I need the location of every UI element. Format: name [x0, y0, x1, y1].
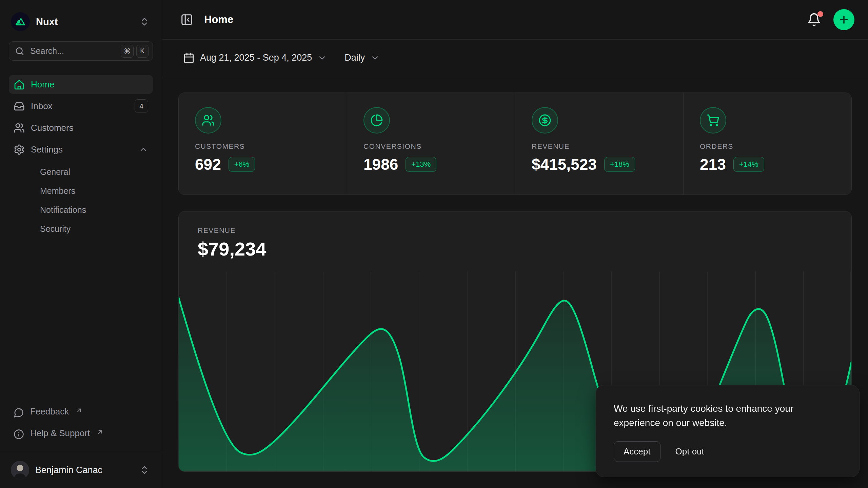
sidebar-item-settings[interactable]: Settings — [9, 140, 153, 159]
pie-chart-icon — [363, 107, 390, 134]
sidebar: Nuxt ⌘ K Home — [0, 0, 162, 488]
stat-orders[interactable]: ORDERS 213 +14% — [683, 93, 851, 195]
kbd-k: K — [136, 45, 149, 58]
sidebar-nav: Home Inbox 4 Customers Sett — [9, 75, 153, 238]
stat-delta-badge: +18% — [604, 157, 635, 172]
brand-name: Nuxt — [36, 16, 58, 27]
users-icon — [14, 122, 25, 134]
revenue-chart-value: $79,234 — [198, 238, 832, 260]
sidebar-item-inbox[interactable]: Inbox 4 — [9, 97, 153, 116]
stat-revenue[interactable]: REVENUE $415,523 +18% — [515, 93, 683, 195]
chevron-down-icon — [370, 53, 380, 63]
stat-value: 1986 — [363, 155, 398, 174]
search-shortcut: ⌘ K — [121, 45, 149, 58]
divider — [0, 452, 162, 452]
granularity-select[interactable]: Daily — [340, 48, 384, 67]
sidebar-item-general[interactable]: General — [9, 163, 153, 181]
revenue-chart-label: REVENUE — [198, 226, 832, 235]
stat-label: ORDERS — [700, 142, 835, 150]
sidebar-item-label: Customers — [31, 123, 74, 133]
external-link-icon — [97, 429, 103, 435]
sidebar-item-label: Home — [31, 79, 54, 90]
chevron-down-icon — [317, 53, 327, 63]
notifications-button[interactable] — [805, 11, 823, 29]
gear-icon — [14, 144, 25, 155]
stat-label: CUSTOMERS — [195, 142, 331, 150]
kbd-meta: ⌘ — [121, 45, 134, 58]
feedback-label: Feedback — [30, 406, 69, 417]
chevron-up-icon — [139, 145, 148, 154]
stat-conversions[interactable]: CONVERSIONS 1986 +13% — [347, 93, 515, 195]
sidebar-collapse-icon[interactable] — [178, 11, 195, 28]
search-input-wrap[interactable]: ⌘ K — [9, 41, 153, 61]
sidebar-item-label: Inbox — [31, 101, 53, 111]
settings-subnav: General Members Notifications Security — [9, 163, 153, 238]
users-icon — [195, 107, 221, 134]
user-name: Benjamin Canac — [35, 465, 102, 475]
stat-delta-badge: +6% — [229, 157, 255, 172]
sidebar-subitem-label: Security — [40, 224, 71, 234]
help-support-link[interactable]: Help & Support — [9, 424, 153, 444]
stat-label: REVENUE — [532, 142, 667, 150]
stat-delta-badge: +14% — [733, 157, 764, 172]
plus-icon — [838, 14, 850, 25]
search-input[interactable] — [30, 46, 115, 56]
avatar — [11, 461, 29, 479]
sidebar-item-label: Settings — [31, 144, 63, 155]
sidebar-subitem-label: Notifications — [40, 205, 86, 215]
cart-icon — [700, 107, 726, 134]
cookie-optout-button[interactable]: Opt out — [675, 442, 704, 462]
search-icon — [15, 46, 25, 56]
cookie-banner: We use first-party cookies to enhance yo… — [596, 385, 860, 477]
sidebar-item-home[interactable]: Home — [9, 75, 153, 94]
add-button[interactable] — [833, 9, 854, 30]
page-title: Home — [204, 14, 233, 26]
sidebar-subitem-label: Members — [40, 186, 75, 196]
user-menu[interactable]: Benjamin Canac — [9, 454, 153, 481]
cookie-message: We use first-party cookies to enhance yo… — [614, 402, 824, 430]
stats-row: CUSTOMERS 692 +6% CONVERSIONS 1986 +13% — [178, 93, 852, 195]
external-link-icon — [76, 407, 82, 414]
inbox-count-badge: 4 — [135, 99, 148, 113]
chevrons-up-down-icon — [139, 17, 150, 27]
help-support-label: Help & Support — [30, 428, 90, 439]
inbox-icon — [14, 101, 25, 112]
stat-value: $415,523 — [532, 155, 597, 174]
chevrons-up-down-icon — [139, 465, 150, 475]
cookie-accept-button[interactable]: Accept — [614, 441, 660, 462]
stat-delta-badge: +13% — [406, 157, 436, 172]
sidebar-subitem-label: General — [40, 167, 70, 177]
date-range-picker[interactable]: Aug 21, 2025 - Sep 4, 2025 — [178, 48, 332, 68]
page-header: Home — [162, 0, 868, 40]
sidebar-item-security[interactable]: Security — [9, 220, 153, 238]
home-icon — [14, 79, 25, 90]
nuxt-logo-icon — [11, 12, 30, 31]
stat-customers[interactable]: CUSTOMERS 692 +6% — [179, 93, 347, 195]
sidebar-item-members[interactable]: Members — [9, 182, 153, 200]
stat-label: CONVERSIONS — [363, 142, 499, 150]
feedback-link[interactable]: Feedback — [9, 402, 153, 422]
stat-value: 213 — [700, 155, 726, 174]
chat-bubble-icon — [14, 407, 24, 418]
sidebar-item-notifications[interactable]: Notifications — [9, 201, 153, 219]
stat-value: 692 — [195, 155, 221, 174]
sidebar-footer: Feedback Help & Support — [9, 402, 153, 481]
granularity-value: Daily — [344, 53, 365, 63]
sidebar-item-customers[interactable]: Customers — [9, 118, 153, 137]
filters-toolbar: Aug 21, 2025 - Sep 4, 2025 Daily — [162, 40, 868, 76]
date-range-value: Aug 21, 2025 - Sep 4, 2025 — [200, 53, 312, 63]
team-switcher[interactable]: Nuxt — [9, 7, 153, 36]
notification-dot — [817, 11, 823, 17]
info-circle-icon — [14, 429, 24, 440]
calendar-icon — [183, 52, 195, 64]
dollar-circle-icon — [532, 107, 558, 134]
